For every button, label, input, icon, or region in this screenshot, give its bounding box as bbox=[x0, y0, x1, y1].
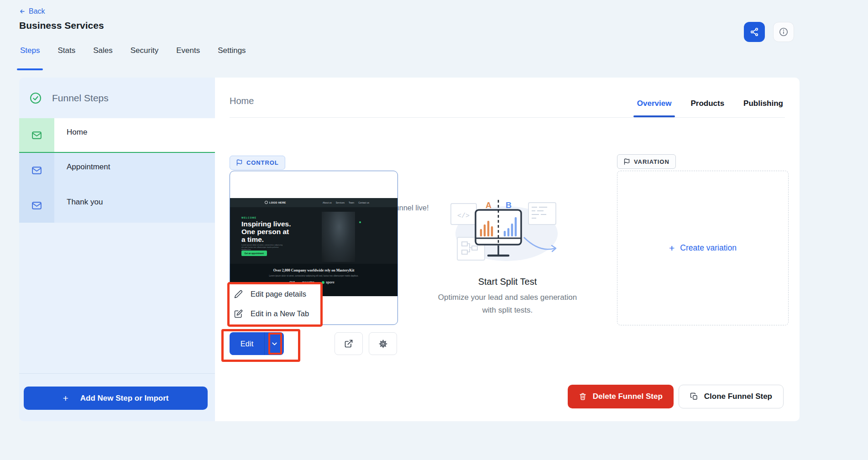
preview-hero-photo bbox=[322, 212, 355, 262]
tab-events[interactable]: Events bbox=[176, 45, 200, 57]
envelope-icon bbox=[31, 200, 42, 211]
edit-button-label[interactable]: Edit bbox=[230, 332, 265, 355]
edit-dropdown-toggle[interactable] bbox=[265, 332, 284, 355]
tab-security[interactable]: Security bbox=[131, 45, 158, 57]
clone-funnel-step-button[interactable]: Clone Funnel Step bbox=[679, 385, 784, 408]
tab-settings[interactable]: Settings bbox=[218, 45, 246, 57]
content-divider bbox=[230, 117, 785, 118]
variation-dropzone: + Create variation bbox=[617, 171, 789, 325]
menu-item-edit-new-tab[interactable]: Edit in a New Tab bbox=[234, 309, 309, 318]
back-link[interactable]: Back bbox=[19, 7, 45, 16]
sidebar-divider bbox=[19, 373, 215, 374]
preview-cta-button: Get an appointment bbox=[241, 251, 267, 256]
variant-a-label: A bbox=[486, 201, 492, 210]
step-name-heading: Home bbox=[230, 96, 254, 106]
preview-navbar bbox=[230, 198, 397, 207]
plus-icon: + bbox=[63, 393, 68, 404]
create-variation-button[interactable]: + Create variation bbox=[669, 243, 737, 254]
svg-text:</>: </> bbox=[457, 212, 470, 220]
preview-paragraph: Lorem ipsum dolor sit amet, consectetur … bbox=[241, 244, 285, 251]
preview-nav-links: About us Services Team Contact us bbox=[323, 201, 369, 204]
sidebar-title: Funnel Steps bbox=[52, 93, 109, 104]
tab-publishing[interactable]: Publishing bbox=[743, 98, 783, 109]
flag-icon bbox=[236, 159, 243, 166]
trash-icon bbox=[579, 392, 587, 401]
funnel-steps-header: Funnel Steps bbox=[19, 78, 215, 118]
info-icon bbox=[779, 27, 789, 37]
arrow-left-icon bbox=[19, 8, 26, 15]
external-link-icon bbox=[344, 339, 353, 348]
add-step-label: Add New Step or Import bbox=[80, 394, 169, 403]
tab-sales[interactable]: Sales bbox=[93, 45, 113, 57]
page-title: Business Services bbox=[19, 20, 104, 31]
funnel-step-panel: Funnel Steps Home Appointment bbox=[19, 78, 800, 421]
split-test-illustration: </> bbox=[448, 197, 567, 270]
brand-spore: spore bbox=[322, 281, 335, 284]
preview-headline: Inspiring lives. One person at a time. bbox=[241, 220, 291, 243]
gear-icon bbox=[378, 339, 388, 349]
share-icon bbox=[749, 27, 759, 37]
split-test-title: Start Split Test bbox=[398, 277, 617, 287]
back-label: Back bbox=[29, 7, 45, 16]
tab-stats[interactable]: Stats bbox=[58, 45, 75, 57]
preview-welcome-label: WELCOME bbox=[241, 216, 256, 219]
step-label: Appointment bbox=[67, 162, 110, 172]
tab-overview[interactable]: Overview bbox=[637, 98, 672, 109]
step-row-home[interactable]: Home bbox=[19, 118, 215, 152]
envelope-icon bbox=[31, 165, 42, 176]
preview-section-heading: Over 2,000 Company worldwide rely on Mas… bbox=[230, 268, 397, 272]
chevron-down-icon bbox=[271, 340, 278, 348]
control-badge: CONTROL bbox=[230, 156, 285, 170]
step-row-thank-you[interactable]: Thank you bbox=[19, 188, 215, 223]
variant-b-label: B bbox=[506, 201, 512, 210]
logo-mark-icon bbox=[265, 201, 268, 204]
info-button[interactable] bbox=[773, 22, 794, 42]
add-new-step-button[interactable]: + Add New Step or Import bbox=[24, 387, 208, 410]
funnel-steps-sidebar: Funnel Steps Home Appointment bbox=[19, 78, 215, 421]
edit-square-icon bbox=[234, 309, 243, 318]
step-row-appointment[interactable]: Appointment bbox=[19, 153, 215, 188]
preview-section-subline: Lorem ipsum dolor sit amet, consectetur … bbox=[247, 275, 381, 277]
envelope-icon bbox=[31, 130, 42, 141]
accent-dot bbox=[359, 221, 361, 223]
open-page-button[interactable] bbox=[335, 332, 363, 355]
flag-icon bbox=[623, 158, 630, 165]
split-test-description: Optimize your lead and sales generation … bbox=[434, 291, 580, 317]
edit-split-button[interactable]: Edit bbox=[230, 332, 284, 355]
plus-icon: + bbox=[669, 243, 675, 254]
step-tabs: Overview Products Publishing bbox=[637, 98, 783, 109]
preview-logo: LOGO HERE bbox=[265, 201, 286, 204]
tab-steps[interactable]: Steps bbox=[20, 45, 40, 57]
variation-badge: VARIATION bbox=[617, 154, 676, 169]
menu-item-edit-page-details[interactable]: Edit page details bbox=[234, 290, 306, 298]
step-actions: Delete Funnel Step Clone Funnel Step bbox=[568, 385, 784, 408]
header-actions bbox=[744, 22, 794, 42]
share-button[interactable] bbox=[744, 22, 765, 42]
step-label: Thank you bbox=[67, 198, 103, 207]
step-overview-content: Home Overview Products Publishing Please… bbox=[215, 78, 800, 421]
funnel-tabs: Steps Stats Sales Security Events Settin… bbox=[20, 45, 246, 57]
step-settings-button[interactable] bbox=[369, 332, 397, 355]
tab-products[interactable]: Products bbox=[690, 98, 724, 109]
step-label: Home bbox=[67, 128, 87, 137]
pencil-icon bbox=[234, 290, 243, 298]
edit-dropdown-menu: Edit page details Edit in a New Tab bbox=[227, 282, 323, 327]
delete-funnel-step-button[interactable]: Delete Funnel Step bbox=[568, 385, 674, 408]
check-circle-icon bbox=[29, 92, 42, 105]
copy-icon bbox=[690, 392, 698, 401]
